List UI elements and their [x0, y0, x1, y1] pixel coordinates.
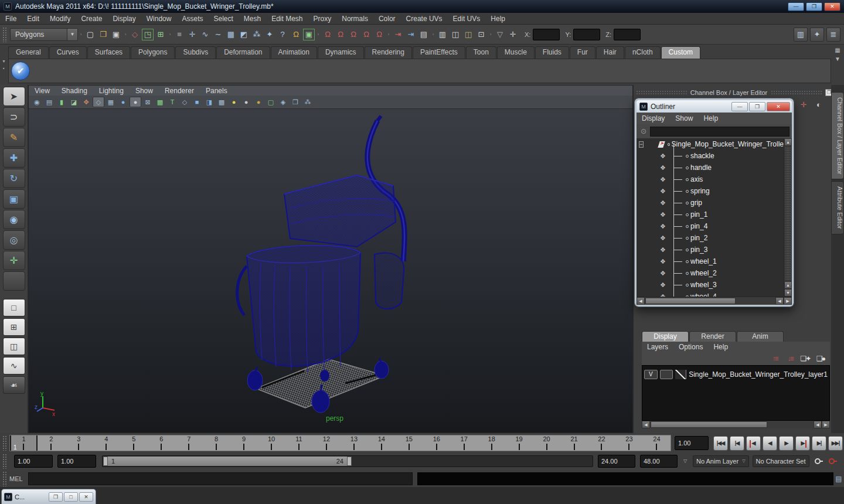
outliner-node-label[interactable]: spring — [690, 187, 710, 195]
paint-effects-panel-button[interactable]: ☙ — [3, 376, 25, 394]
scroll-left-icon[interactable]: ◀ — [642, 421, 650, 428]
timeline-frame-cell[interactable]: 5 — [120, 435, 148, 451]
vp-light-gray-icon[interactable]: ● — [240, 97, 252, 107]
outliner-tree-row[interactable]: ❖ pin_3 — [637, 244, 784, 256]
grip-handle[interactable] — [2, 454, 8, 469]
collapse-icon[interactable]: − — [639, 141, 644, 148]
group-divider[interactable]: › — [316, 27, 321, 42]
outliner-window[interactable]: M Outliner —❐✕ DisplayShowHelp ⊙ − ➤ — [635, 98, 794, 307]
step-forward-frame-button[interactable]: ▶| — [812, 436, 826, 451]
outliner-node-label[interactable]: wheel_2 — [690, 269, 717, 277]
menu-set-selector[interactable]: Polygons ▼ — [10, 28, 78, 41]
timeline-frame-cell[interactable]: 4 — [93, 435, 120, 451]
vp-xray-icon[interactable]: ◈ — [277, 97, 289, 107]
render-view-icon[interactable]: ▥ — [436, 28, 449, 41]
outliner-node-label[interactable]: wheel_1 — [690, 257, 717, 265]
persp-graph-layout-button[interactable]: ∿ — [3, 357, 25, 374]
vp-image-plane-icon[interactable]: ◪ — [68, 97, 80, 107]
vp-menu-renderer[interactable]: Renderer — [159, 87, 200, 95]
outliner-node-label[interactable]: wheel_4 — [690, 292, 717, 297]
play-forwards-button[interactable]: ▶ — [779, 436, 794, 451]
layer-row[interactable]: V Single_Mop_Bucket_Wringer_Trolley_laye… — [642, 367, 829, 382]
rotate-tool-button[interactable]: ↻ — [3, 169, 25, 188]
outliner-tree-row[interactable]: ❖ spring — [637, 185, 784, 197]
timeline-frame-cell[interactable]: 15 — [395, 435, 423, 451]
outliner-node-label[interactable]: pin_2 — [690, 234, 707, 242]
scroll-down-icon[interactable]: ▼ — [784, 289, 792, 297]
character-set-selector[interactable]: No Character Set — [753, 455, 809, 467]
outliner-tree-row[interactable]: ❖ wheel_2 — [637, 267, 784, 279]
vp-light-gold-icon[interactable]: ● — [253, 97, 264, 107]
outliner-vertical-scrollbar[interactable]: ▲ ▲ ▼ — [784, 138, 792, 297]
group-divider[interactable]: › — [79, 27, 83, 42]
menu-color[interactable]: Color — [373, 13, 401, 25]
timeline-frame-cell[interactable]: 2 — [38, 435, 65, 451]
playback-range-bar[interactable]: 1 24 — [103, 457, 352, 466]
outliner-tree-row[interactable]: ❖ pin_4 — [637, 220, 784, 232]
snap-to-curve-icon[interactable]: Ω — [334, 28, 347, 41]
shelf-tab-general[interactable]: General — [8, 46, 49, 59]
snap-to-plane-icon[interactable]: Ω — [360, 28, 373, 41]
shelf-editor-icon[interactable]: ▦ — [835, 47, 840, 53]
input-connections-icon[interactable]: ⇥ — [392, 28, 404, 41]
select-by-dynamics-icon[interactable]: ⁂ — [250, 28, 263, 41]
snap-to-point-icon[interactable]: Ω — [347, 28, 360, 41]
outliner-root-row[interactable]: − ➤ Single_Mop_Bucket_Wringer_Trolle — [637, 138, 784, 150]
vp-camera-attributes-icon[interactable]: ▤ — [43, 97, 55, 107]
outliner-tree-row[interactable]: ❖ wheel_4 — [637, 291, 784, 297]
menu-create-uvs[interactable]: Create UVs — [401, 13, 448, 25]
vp-select-camera-icon[interactable]: ◉ — [31, 97, 43, 107]
step-back-frame-button[interactable]: |◀ — [730, 436, 744, 451]
move-layer-up-icon[interactable]: ↑≡ — [769, 353, 781, 364]
outliner-maximize-button[interactable]: ❐ — [749, 102, 765, 111]
outliner-node-label[interactable]: wheel_3 — [690, 281, 717, 289]
shelf-tab-polygons[interactable]: Polygons — [131, 46, 175, 59]
vp-default-material-icon[interactable]: ◇ — [179, 97, 190, 107]
vp-menu-shading[interactable]: Shading — [56, 87, 93, 95]
select-by-rendering-icon[interactable]: ✦ — [263, 28, 276, 41]
group-divider[interactable]: › — [488, 27, 493, 42]
shelf-tab-ncloth[interactable]: nCloth — [625, 46, 661, 59]
timeline-frame-cell[interactable]: 19 — [505, 435, 533, 451]
tab-channel-box-layer-editor[interactable]: Channel Box / Layer Editor — [831, 92, 844, 179]
layer-tab-anim[interactable]: Anim — [737, 331, 784, 342]
layer-visibility-toggle[interactable]: V — [644, 370, 658, 379]
quick-select-menu-icon[interactable]: ▽ — [494, 28, 506, 41]
timeline-frame-cell[interactable]: 10 — [258, 435, 285, 451]
shelf-tab-subdivs[interactable]: Subdivs — [175, 46, 216, 59]
step-back-key-button[interactable]: ◀ — [746, 436, 761, 451]
timeline-frame-cell[interactable]: 24 — [643, 435, 671, 451]
shelf-tab-toon[interactable]: Toon — [466, 46, 496, 59]
shelf-tab-deformation[interactable]: Deformation — [216, 46, 270, 59]
vp-menu-panels[interactable]: Panels — [200, 87, 233, 95]
vp-2d-pan-zoom-icon[interactable]: ✥ — [80, 97, 92, 107]
animation-end-field[interactable]: 48.00 — [640, 455, 678, 468]
select-by-name-icon[interactable]: ✛ — [506, 28, 519, 41]
outliner-menu-show[interactable]: Show — [670, 114, 698, 122]
shelf-tab-rendering[interactable]: Rendering — [365, 46, 412, 59]
auto-keyframe-toggle-icon[interactable] — [828, 457, 838, 466]
play-backwards-button[interactable]: ◀ — [763, 436, 777, 451]
group-divider[interactable]: › — [123, 27, 128, 42]
vp-bookmark-icon[interactable]: ▮ — [56, 97, 67, 107]
range-slider-track[interactable]: 1 24 — [102, 455, 593, 467]
timeline-frame-cell[interactable]: 14 — [367, 435, 395, 451]
command-output-field[interactable] — [417, 472, 833, 485]
outliner-search-input[interactable] — [650, 127, 789, 137]
maximize-button[interactable]: ❐ — [806, 2, 822, 11]
vp-shaded-mode-icon[interactable]: ● — [117, 97, 129, 107]
timeline-frame-cell[interactable]: 18 — [478, 435, 505, 451]
outliner-node-label[interactable]: grip — [690, 199, 702, 207]
outliner-titlebar[interactable]: M Outliner —❐✕ — [637, 100, 792, 113]
select-by-handles-icon[interactable]: ✛ — [186, 28, 199, 41]
outliner-tree-row[interactable]: ❖ wheel_1 — [637, 256, 784, 267]
snap-to-grid-icon[interactable]: Ω — [321, 28, 334, 41]
paint-select-tool-button[interactable]: ✎ — [3, 128, 25, 147]
step-forward-key-button[interactable]: ▶ — [795, 436, 810, 451]
select-by-deformations-icon[interactable]: ◩ — [237, 28, 250, 41]
persp-outliner-layout-button[interactable]: ◫ — [3, 338, 25, 355]
grip-handle[interactable] — [2, 471, 8, 486]
outliner-tree-row[interactable]: ❖ axis — [637, 173, 784, 185]
outliner-tree-row[interactable]: ❖ shackle — [637, 150, 784, 162]
tab-attribute-editor[interactable]: Attribute Editor — [831, 181, 844, 234]
